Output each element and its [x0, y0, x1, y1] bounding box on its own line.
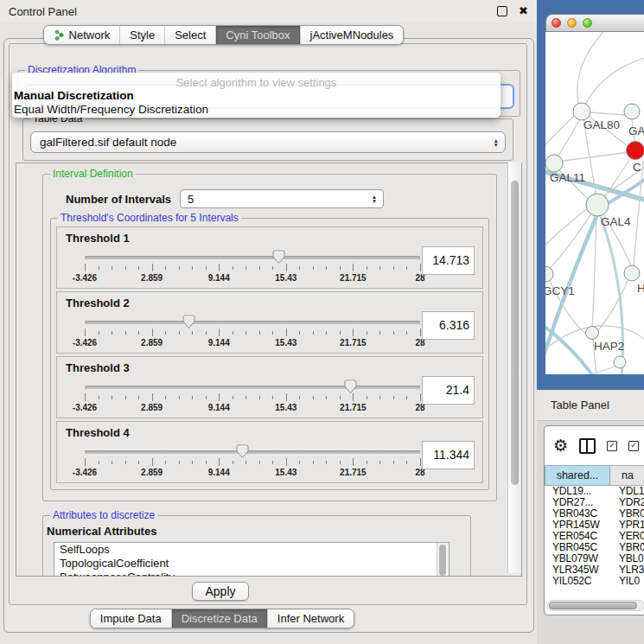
control-panel-tabs: NetworkStyleSelectCyni ToolboxjActiveMNo… [0, 25, 537, 45]
traffic-light-zoom-icon[interactable] [583, 18, 592, 28]
table-panel-header: Table Panel [537, 390, 644, 421]
algorithm-option-equal-width[interactable]: Equal Width/Frequency Discretization [14, 103, 208, 116]
split-columns-icon[interactable] [579, 438, 596, 454]
table-data-combobox-value: galFiltered.sif default node [31, 136, 494, 149]
control-panel-titlebar: Control Panel ✖ [0, 0, 537, 22]
threshold-label: Threshold 1 [66, 232, 130, 245]
interval-definition-group: Interval Definition Number of Intervals … [42, 174, 497, 501]
network-node[interactable] [614, 356, 626, 368]
slider-track [85, 386, 420, 389]
thresholds-group-title: Threshold's Coordinates for 5 Intervals [58, 212, 241, 224]
cyni-toolbox-panel: Discretization Algorithm Table Data galF… [9, 43, 527, 605]
gear-icon[interactable]: ⚙ [553, 437, 568, 454]
table-hscrollbar-thumb[interactable] [549, 602, 637, 609]
table-panel-title: Table Panel [551, 399, 609, 411]
network-window-frame: GAL80GACGAL11GAL4GCY1HHAP2 [537, 0, 644, 390]
numerical-attributes-list[interactable]: SelfLoopsTopologicalCoefficientBetweenne… [54, 542, 450, 577]
slider-thumb[interactable] [344, 379, 357, 394]
network-node[interactable] [586, 194, 609, 216]
threshold-slider[interactable]: -3.4262.8599.14415.4321.71528 [85, 444, 420, 481]
network-edge [582, 56, 644, 112]
threshold-value-field[interactable]: 21.4 [422, 376, 475, 405]
table-data-combobox[interactable]: galFiltered.sif default node ▲▼ [30, 131, 506, 153]
network-node-label: HAP2 [594, 340, 624, 353]
numerical-attributes-label: Numerical Attributes [47, 525, 470, 538]
table-row[interactable]: YBR045CYBR0 [545, 542, 644, 553]
list-item[interactable]: SelfLoops [54, 543, 449, 557]
table-row[interactable]: YLR345WYLR3 [545, 564, 644, 576]
slider-thumb[interactable] [272, 250, 285, 265]
network-node[interactable] [545, 155, 563, 172]
spinner-arrows-icon[interactable]: ▲▼ [372, 194, 377, 203]
threshold-slider[interactable]: -3.4262.8599.14415.4321.71528 [85, 379, 420, 416]
network-edge [596, 279, 628, 332]
threshold-value-field[interactable]: 11.344 [422, 441, 475, 469]
network-edge [590, 112, 625, 115]
network-node[interactable] [624, 104, 640, 119]
traffic-light-close-icon[interactable] [552, 18, 561, 28]
table-row[interactable]: YBR043CYBR0 [545, 508, 644, 520]
threshold-value-field[interactable]: 14.713 [422, 246, 475, 275]
tab-cyni-toolbox[interactable]: Cyni Toolbox [215, 26, 299, 44]
column-header-name[interactable]: na [610, 465, 644, 486]
list-scrollbar-thumb[interactable] [439, 545, 446, 576]
number-of-intervals-spinner[interactable]: 5 ▲▼ [180, 189, 384, 208]
network-node-label: H [637, 282, 644, 295]
traffic-light-minimize-icon[interactable] [567, 18, 577, 28]
algorithm-option-manual[interactable]: Manual Discretization [14, 89, 134, 102]
threshold-label: Threshold 3 [66, 361, 130, 374]
threshold-value-field[interactable]: 6.316 [422, 311, 475, 340]
network-node[interactable] [586, 327, 599, 340]
thresholds-group: Threshold's Coordinates for 5 Intervals … [50, 218, 489, 490]
table-row[interactable]: YER054CYER0 [545, 531, 644, 542]
control-panel-title: Control Panel [9, 5, 77, 18]
network-canvas[interactable]: GAL80GACGAL11GAL4GCY1HHAP2 [545, 32, 644, 374]
tab-style[interactable]: Style [119, 26, 164, 44]
slider-thumb[interactable] [236, 444, 249, 459]
threshold-slider[interactable]: -3.4262.8599.14415.4321.71528 [85, 250, 420, 286]
table-header-row: shared... na [545, 465, 644, 486]
threshold-panel-4: Threshold 4-3.4262.8599.14415.4321.71528… [56, 421, 483, 483]
algorithm-popup-prompt: Select algorithm to view settings [12, 76, 501, 89]
network-node-label: GAL4 [601, 215, 631, 228]
threshold-label: Threshold 4 [66, 426, 130, 439]
window-restore-icon[interactable] [497, 6, 507, 16]
settings-scrollbar-thumb[interactable] [511, 181, 519, 485]
table-row[interactable]: YDR27...YDR2 [545, 497, 644, 508]
network-node[interactable] [573, 103, 590, 120]
checkbox-checked-icon[interactable]: ✓ [607, 441, 617, 451]
window-close-icon[interactable]: ✖ [519, 7, 528, 16]
settings-vertical-scrollbar[interactable] [507, 162, 521, 573]
network-edge [577, 32, 608, 110]
slider-track [85, 256, 420, 259]
attributes-group-title: Attributes to discretize [50, 509, 157, 521]
tab-select[interactable]: Select [164, 26, 215, 44]
apply-button[interactable]: Apply [192, 582, 248, 601]
threshold-slider[interactable]: -3.4262.8599.14415.4321.71528 [85, 315, 420, 351]
tab-network[interactable]: Network [44, 26, 120, 44]
list-scrollbar[interactable] [437, 543, 449, 577]
network-node-label: GAL11 [550, 171, 585, 184]
network-node[interactable] [627, 142, 644, 160]
tab-infer-network[interactable]: Infer Network [267, 609, 354, 628]
table-window: ⚙ ✓ ✓ shared... na YDL19...YDL1YDR27...Y… [544, 425, 644, 615]
list-item[interactable]: BetweennessCentrality [54, 571, 449, 577]
table-row[interactable]: YDL19...YDL1 [545, 486, 644, 497]
network-node[interactable] [545, 266, 553, 282]
table-row[interactable]: YBL079WYBL0 [545, 553, 644, 564]
list-item[interactable]: TopologicalCoefficient [54, 557, 449, 571]
table-row[interactable]: YPR145WYPR1 [545, 520, 644, 531]
network-node[interactable] [624, 265, 640, 281]
table-horizontal-scrollbar[interactable] [547, 600, 644, 611]
attributes-group: Attributes to discretize Numerical Attri… [42, 515, 471, 577]
tab-impute-data[interactable]: Impute Data [91, 609, 171, 628]
table-row[interactable]: YIL052CYIL0 [545, 576, 644, 587]
tab-jactivemnodules[interactable]: jActiveMNodules [300, 26, 404, 44]
slider-thumb[interactable] [182, 315, 195, 329]
algorithm-popup: Select algorithm to view settings Manual… [12, 73, 501, 118]
tab-discretize-data[interactable]: Discretize Data [171, 609, 267, 628]
table-toolbar: ⚙ ✓ ✓ [545, 426, 644, 465]
checkbox-checked-icon[interactable]: ✓ [628, 441, 639, 451]
column-header-shared[interactable]: shared... [545, 465, 610, 486]
network-window-titlebar[interactable] [545, 14, 644, 32]
